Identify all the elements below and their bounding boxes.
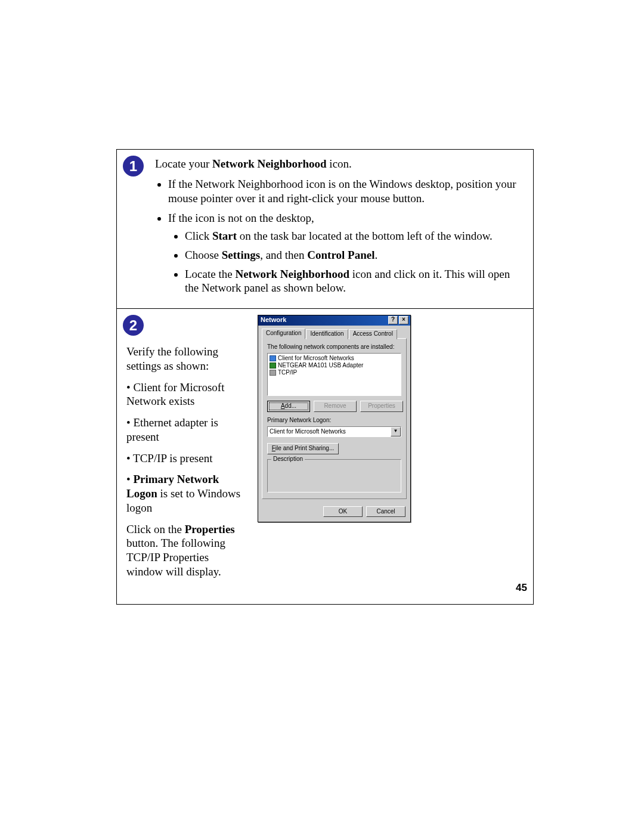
step1-sub-2: Choose Settings, and then Control Panel. bbox=[185, 248, 519, 262]
tab-configuration[interactable]: Configuration bbox=[262, 329, 305, 339]
remove-button[interactable]: Remove bbox=[314, 401, 357, 412]
network-dialog: Network ? × Configuration Identification… bbox=[258, 315, 411, 522]
tab-access-control[interactable]: Access Control bbox=[349, 329, 397, 339]
chevron-down-icon[interactable]: ▼ bbox=[391, 427, 401, 436]
properties-button[interactable]: Properties bbox=[360, 401, 403, 412]
file-print-sharing-button[interactable]: File and Print Sharing... bbox=[267, 443, 339, 454]
step1-bullet-1: If the Network Neighborhood icon is on t… bbox=[168, 177, 525, 206]
step-2-badge: 2 bbox=[123, 315, 144, 336]
dialog-titlebar: Network ? × bbox=[258, 315, 410, 326]
page-number: 45 bbox=[516, 581, 527, 594]
client-icon bbox=[270, 355, 276, 361]
help-button[interactable]: ? bbox=[388, 316, 398, 324]
step1-sub-1: Click Start on the task bar located at t… bbox=[185, 229, 519, 243]
step2-closing: Click on the Properties button. The foll… bbox=[126, 522, 246, 579]
close-button[interactable]: × bbox=[399, 316, 408, 324]
list-item[interactable]: NETGEAR MA101 USB Adapter bbox=[270, 362, 399, 369]
adapter-icon bbox=[270, 363, 276, 368]
step-1-cell: 1 Locate your Network Neighborhood icon.… bbox=[117, 150, 533, 309]
step1-bullet-2: If the icon is not on the desktop, Click… bbox=[168, 211, 525, 295]
step2-b1: Client for Microsoft Network exists bbox=[126, 380, 246, 409]
dialog-title-text: Network bbox=[261, 316, 286, 324]
description-legend: Description bbox=[271, 456, 305, 463]
step2-b2: Ethernet adapter is present bbox=[126, 416, 246, 444]
list-item[interactable]: Client for Microsoft Networks bbox=[270, 355, 399, 362]
list-item[interactable]: TCP/IP bbox=[270, 369, 399, 376]
instruction-table: 1 Locate your Network Neighborhood icon.… bbox=[116, 149, 534, 605]
components-label: The following network components are ins… bbox=[267, 343, 401, 351]
description-group: Description bbox=[267, 459, 401, 493]
logon-label: Primary Network Logon: bbox=[267, 417, 401, 425]
step1-sub-3: Locate the Network Neighborhood icon and… bbox=[185, 267, 519, 296]
step-1-intro: Locate your Network Neighborhood icon. bbox=[155, 157, 525, 171]
ok-button[interactable]: OK bbox=[323, 506, 363, 518]
tab-identification[interactable]: Identification bbox=[306, 329, 348, 339]
step2-b4: Primary Network Logon is set to Windows … bbox=[126, 472, 246, 515]
logon-combo[interactable]: Client for Microsoft Networks ▼ bbox=[267, 426, 401, 437]
step-2-cell: 2 Verify the following settings as shown… bbox=[117, 309, 533, 604]
step-1-badge: 1 bbox=[123, 156, 144, 176]
add-button[interactable]: Add... bbox=[267, 401, 310, 412]
step2-intro: Verify the following settings as shown: bbox=[126, 345, 246, 373]
components-listbox[interactable]: Client for Microsoft Networks NETGEAR MA… bbox=[267, 353, 401, 396]
cancel-button[interactable]: Cancel bbox=[366, 506, 405, 518]
step2-b3: TCP/IP is present bbox=[126, 451, 246, 466]
protocol-icon bbox=[270, 370, 276, 376]
